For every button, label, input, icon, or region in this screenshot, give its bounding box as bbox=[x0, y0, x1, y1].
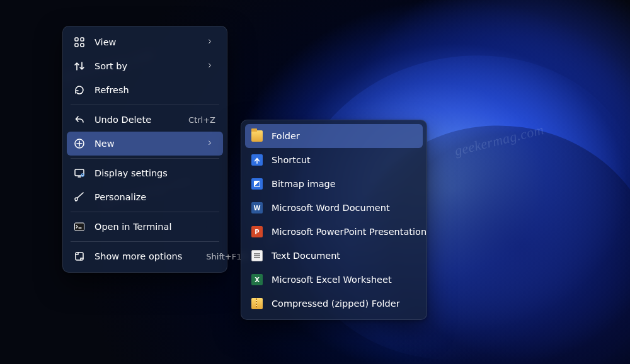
submenu-item-bitmap-image[interactable]: Bitmap image bbox=[245, 172, 423, 196]
xls-icon: X bbox=[251, 274, 263, 285]
menu-item-label: New bbox=[94, 139, 198, 149]
submenu-item-shortcut[interactable]: Shortcut bbox=[245, 148, 423, 172]
submenu-item-folder[interactable]: Folder bbox=[245, 124, 423, 148]
menu-item-label: View bbox=[94, 37, 198, 47]
brush-icon bbox=[73, 191, 86, 203]
menu-item-label: Refresh bbox=[94, 85, 215, 95]
menu-separator bbox=[71, 241, 219, 242]
menu-item-view[interactable]: View bbox=[67, 30, 223, 54]
submenu-item-microsoft-powerpoint-presentation[interactable]: PMicrosoft PowerPoint Presentation bbox=[245, 220, 423, 244]
ppt-icon: P bbox=[251, 226, 263, 237]
new-submenu[interactable]: FolderShortcutBitmap imageWMicrosoft Wor… bbox=[241, 120, 427, 320]
menu-item-label: Show more options bbox=[94, 251, 182, 261]
submenu-item-label: Microsoft PowerPoint Presentation bbox=[272, 227, 427, 237]
submenu-item-microsoft-word-document[interactable]: WMicrosoft Word Document bbox=[245, 196, 423, 220]
submenu-item-label: Folder bbox=[272, 131, 415, 141]
submenu-item-label: Microsoft Excel Worksheet bbox=[272, 275, 415, 285]
menu-separator bbox=[71, 212, 219, 212]
menu-separator bbox=[71, 105, 219, 105]
submenu-item-label: Bitmap image bbox=[272, 179, 415, 189]
menu-item-label: Undo Delete bbox=[94, 115, 164, 125]
menu-item-sort-by[interactable]: Sort by bbox=[67, 54, 223, 78]
bmp-icon bbox=[251, 178, 263, 190]
expand-icon bbox=[73, 250, 86, 263]
desktop-context-menu[interactable]: ViewSort byRefreshUndo DeleteCtrl+ZNewDi… bbox=[62, 26, 227, 273]
chevron-right-icon bbox=[207, 39, 215, 45]
menu-item-undo-delete[interactable]: Undo DeleteCtrl+Z bbox=[67, 108, 223, 132]
submenu-item-microsoft-excel-worksheet[interactable]: XMicrosoft Excel Worksheet bbox=[245, 268, 423, 292]
menu-item-accelerator: Ctrl+Z bbox=[188, 115, 215, 125]
menu-item-new[interactable]: New bbox=[67, 132, 223, 156]
plus-circle-icon bbox=[73, 137, 86, 150]
menu-item-label: Sort by bbox=[94, 61, 198, 71]
menu-item-personalize[interactable]: Personalize bbox=[67, 185, 223, 209]
submenu-item-compressed-zipped-folder[interactable]: Compressed (zipped) Folder bbox=[245, 292, 423, 316]
submenu-item-label: Text Document bbox=[272, 251, 415, 261]
submenu-item-label: Compressed (zipped) Folder bbox=[272, 299, 415, 309]
menu-item-label: Display settings bbox=[94, 168, 215, 178]
menu-separator bbox=[71, 158, 219, 159]
terminal-icon bbox=[73, 220, 86, 233]
menu-item-display-settings[interactable]: Display settings bbox=[67, 161, 223, 185]
submenu-item-label: Shortcut bbox=[272, 155, 415, 165]
grid-icon bbox=[73, 36, 86, 48]
menu-item-show-more-options[interactable]: Show more optionsShift+F10 bbox=[67, 244, 223, 268]
menu-item-label: Personalize bbox=[94, 192, 215, 202]
menu-item-open-in-terminal[interactable]: Open in Terminal bbox=[67, 215, 223, 239]
txt-icon bbox=[251, 250, 263, 261]
zip-icon bbox=[251, 298, 263, 309]
folder-icon bbox=[251, 130, 263, 142]
chevron-right-icon bbox=[207, 63, 215, 69]
sort-icon bbox=[73, 60, 86, 72]
chevron-right-icon bbox=[207, 140, 215, 147]
display-icon bbox=[73, 167, 86, 179]
refresh-icon bbox=[73, 84, 86, 96]
word-icon: W bbox=[251, 202, 263, 213]
submenu-item-text-document[interactable]: Text Document bbox=[245, 244, 423, 268]
shortcut-icon bbox=[251, 154, 263, 166]
menu-item-refresh[interactable]: Refresh bbox=[67, 78, 223, 102]
submenu-item-label: Microsoft Word Document bbox=[272, 203, 415, 213]
undo-icon bbox=[73, 113, 86, 126]
menu-item-label: Open in Terminal bbox=[94, 222, 215, 232]
